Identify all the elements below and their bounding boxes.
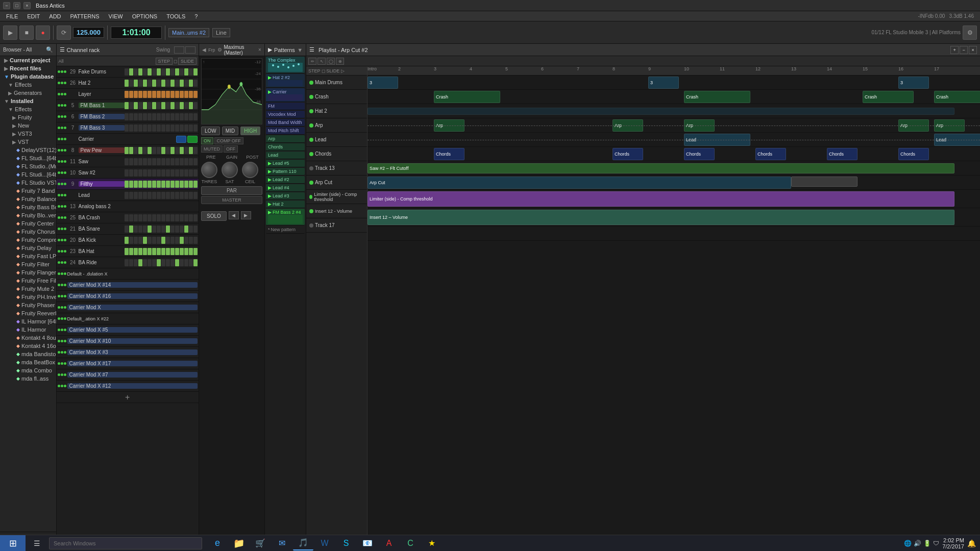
switch-off[interactable]: OFF [224, 145, 238, 153]
block-hat2-full[interactable] [368, 108, 954, 115]
block-chords-1[interactable]: Chords [434, 148, 464, 160]
tree-mda-fl-ass[interactable]: ◆ mda fl..ass [0, 374, 56, 383]
carrier-play-btn[interactable] [176, 136, 186, 143]
tree-installed[interactable]: ▼ Installed [0, 97, 56, 105]
block-main-drums-1[interactable]: 3 [368, 77, 398, 89]
menu-edit[interactable]: EDIT [23, 12, 44, 20]
knob-sat[interactable] [222, 162, 238, 178]
pattern-lead5[interactable]: ▶ Lead #5 [266, 160, 305, 167]
taskbar-app-flstudio[interactable]: 🎵 [293, 536, 313, 550]
pl-tool-zoom[interactable]: ⊕ [336, 58, 344, 65]
channel-row-ba-hat[interactable]: 23 BA Hat [57, 246, 199, 257]
channel-row-filthy[interactable]: 9 Filthy [57, 179, 199, 190]
channel-row-carrier7[interactable]: Carrier Mod X #7 [57, 369, 199, 381]
pattern-110[interactable]: ▶ Pattern 110 [266, 168, 305, 176]
tree-new[interactable]: ▶ New [0, 121, 56, 130]
taskbar-task-view[interactable]: ☰ [28, 536, 46, 550]
track-label-lead[interactable]: Lead [306, 133, 367, 147]
browser-search-icon[interactable]: 🔍 [46, 46, 53, 53]
transport-stop[interactable]: ■ [19, 26, 34, 40]
tree-fruity-center[interactable]: ◆ Fruity Center [0, 219, 56, 228]
track-label-limiter[interactable]: Limiter (side) - Comp threshold [306, 190, 367, 204]
channel-row-ba-snare[interactable]: 21 BA Snare [57, 223, 199, 235]
trans-prev[interactable]: ◀ [229, 211, 239, 219]
tree-fruity-ph-inverter[interactable]: ◆ Fruity PH.Inverter [0, 293, 56, 301]
patterns-menu[interactable]: ▼ [297, 47, 303, 53]
tree-generators[interactable]: ▶ Generators [0, 89, 56, 97]
settings-btn[interactable]: ⚙ [963, 26, 977, 40]
menu-file[interactable]: FILE [2, 12, 22, 20]
taskbar-app-chrome[interactable]: C [400, 536, 421, 550]
channel-row-carrier3[interactable]: Carrier Mod X #3 [57, 347, 199, 358]
taskbar-app-mail[interactable]: ✉ [272, 536, 292, 550]
pl-tool-select[interactable]: ↖ [317, 58, 326, 65]
track-area[interactable]: Intro 2 3 4 5 6 7 8 9 10 11 12 1 [368, 66, 980, 535]
block-saw2-cutoff[interactable]: Saw #2 – Flt Cutoff [368, 163, 954, 173]
playlist-close[interactable]: × [969, 46, 977, 54]
tree-vst3[interactable]: ▶ VST3 [0, 130, 56, 138]
pattern-mod-pitch[interactable]: Mod Pitch Shift [266, 127, 305, 135]
channel-row-fmbass2[interactable]: 6 FM Bass 2 [57, 111, 199, 122]
channel-row-layer[interactable]: Layer [57, 89, 199, 100]
channel-row-carrier12[interactable]: Carrier Mod X #12 [57, 381, 199, 392]
block-insert12[interactable]: Insert 12 – Volume [368, 210, 954, 225]
channel-row-analog-bass2[interactable]: 13 Analog bass 2 [57, 201, 199, 212]
block-chords-3[interactable]: Chords [684, 148, 715, 160]
tree-mda-combo[interactable]: ◆ mda Combo [0, 366, 56, 374]
block-chords-2[interactable]: Chords [612, 148, 643, 160]
tree-effects-2[interactable]: ▼ Effects [0, 105, 56, 113]
playlist-zoom-in[interactable]: + [950, 46, 959, 54]
tree-fruity-fast-lp[interactable]: ◆ Fruity Fast LP [0, 252, 56, 260]
slide-btn[interactable]: SLIDE [178, 58, 197, 65]
channel-row-ba-ride[interactable]: 24 BA Ride [57, 257, 199, 268]
taskbar-start-btn[interactable]: ⊞ [0, 535, 26, 551]
maximus-close[interactable]: × [258, 47, 261, 53]
tray-network[interactable]: 🌐 [904, 540, 912, 547]
pattern-chords[interactable]: Chords [266, 143, 305, 151]
block-arpcut[interactable]: Arp Cut [368, 177, 791, 189]
track-label-chords[interactable]: Chords [306, 147, 367, 161]
tree-recent-files[interactable]: ▶ Recent files [0, 64, 56, 72]
block-main-drums-2[interactable]: 3 [648, 77, 679, 89]
block-chords-6[interactable]: Chords [898, 148, 929, 160]
tray-volume[interactable]: 🔊 [914, 540, 921, 547]
block-crash-4[interactable]: Crash [934, 91, 980, 103]
channel-row-ba-crash[interactable]: 25 BA Crash [57, 212, 199, 223]
menu-view[interactable]: VIEW [105, 12, 127, 20]
step-btn[interactable]: STEP [156, 58, 173, 65]
tray-notifications[interactable]: 🔔 [967, 539, 976, 547]
pattern-carrier[interactable]: ▶ Carrier [266, 88, 305, 102]
trans-next[interactable]: ▶ [241, 211, 251, 219]
taskbar-app-acrobat[interactable]: A [379, 536, 399, 550]
pattern-vocodex[interactable]: Vocodex Mod [266, 111, 305, 118]
pattern-arp[interactable]: Arp [266, 135, 305, 143]
menu-add[interactable]: ADD [45, 12, 65, 20]
pattern-name[interactable]: Main..ums #2 [168, 28, 209, 37]
tree-fruity-flanger[interactable]: ◆ Fruity Flanger [0, 268, 56, 277]
tree-flstudio-multi[interactable]: ◆ FL Studio..(Multi) [0, 162, 56, 170]
pattern-fm[interactable]: FM [266, 103, 305, 110]
channel-row-carrier[interactable]: Carrier [57, 134, 199, 145]
block-crash-1[interactable]: Crash [434, 91, 500, 103]
block-arpcut-end[interactable] [791, 177, 857, 187]
pl-tool-draw[interactable]: ✏ [308, 58, 316, 65]
track-label-track17[interactable]: Track 17 [306, 218, 367, 233]
loop-btn[interactable]: ⟳ [57, 26, 71, 40]
close-btn[interactable]: × [23, 2, 31, 9]
tree-mda-beatbox[interactable]: ◆ mda BeatBox [0, 358, 56, 366]
minimize-btn[interactable]: − [3, 2, 10, 9]
channel-row-carrier17[interactable]: Carrier Mod X #17 [57, 358, 199, 369]
taskbar-app-edge[interactable]: e [207, 536, 228, 550]
tree-mda-bandisto[interactable]: ◆ mda Bandisto [0, 350, 56, 358]
channel-row-carrier5[interactable]: Carrier Mod X #5 [57, 324, 199, 336]
band-low[interactable]: LOW [201, 127, 220, 135]
bpm-display[interactable]: 125.000 [73, 27, 104, 38]
block-crash-3[interactable]: Crash [863, 91, 914, 103]
channel-row-lead[interactable]: Lead [57, 190, 199, 201]
pattern-new[interactable]: * New pattern [266, 226, 305, 234]
pattern-the-complex[interactable]: The Complex [266, 57, 305, 73]
band-high[interactable]: HIGH [240, 127, 260, 135]
channel-row-hat2[interactable]: 26 Hat 2 [57, 78, 199, 89]
track-label-crash[interactable]: Crash [306, 90, 367, 104]
tree-fruity-filter[interactable]: ◆ Fruity Filter [0, 260, 56, 268]
